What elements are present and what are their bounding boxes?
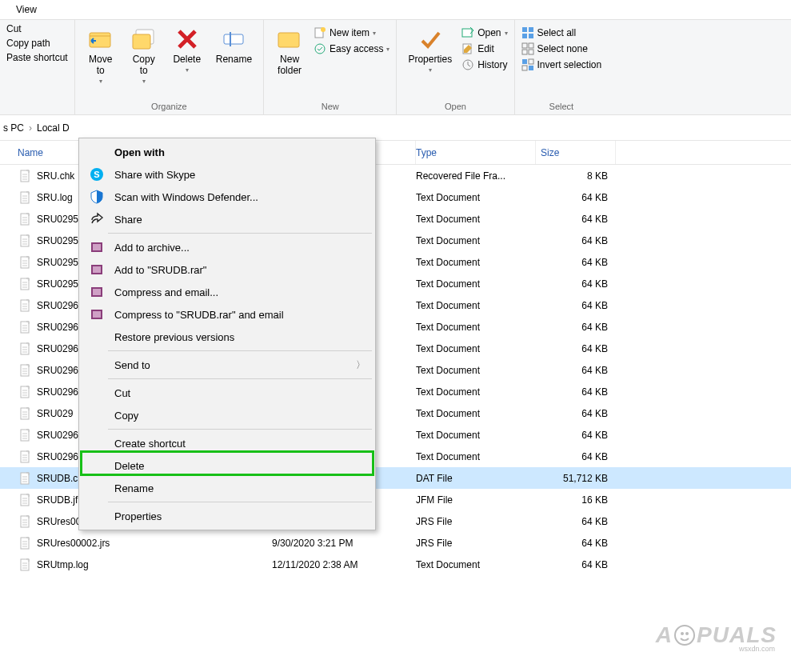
file-size: 16 KB [536, 494, 616, 506]
new-folder-icon [277, 26, 302, 52]
ctx-restore-versions[interactable]: Restore previous versions [81, 326, 374, 348]
ribbon-tab-strip: View [0, 0, 791, 19]
group-select-label: Select [521, 102, 602, 113]
file-icon [19, 191, 32, 204]
file-type: Text Document [416, 257, 536, 268]
file-icon [19, 256, 32, 269]
ribbon-history[interactable]: History [461, 58, 507, 71]
ctx-copy[interactable]: Copy [81, 404, 374, 426]
svg-rect-32 [21, 214, 29, 225]
ribbon-easy-access[interactable]: Easy access ▾ [314, 42, 390, 55]
svg-rect-24 [21, 170, 29, 182]
header-size[interactable]: Size [536, 141, 616, 164]
file-icon [19, 558, 32, 571]
ribbon-select-none[interactable]: Select none [521, 42, 602, 55]
tab-view[interactable]: View [8, 1, 45, 18]
svg-rect-13 [529, 27, 533, 32]
file-icon [19, 234, 32, 247]
ribbon-edit[interactable]: Edit [461, 42, 507, 55]
group-open-label: Open [403, 102, 507, 113]
svg-rect-17 [529, 43, 533, 48]
ctx-create-shortcut[interactable]: Create shortcut [81, 432, 374, 454]
file-name: SRU0296 [37, 365, 78, 376]
ribbon-properties[interactable]: Properties▾ [403, 23, 457, 77]
svg-rect-12 [522, 27, 527, 32]
file-name: SRU029 [37, 408, 73, 419]
file-icon [19, 170, 32, 182]
file-icon [19, 515, 32, 528]
ctx-defender[interactable]: Scan with Windows Defender... [81, 186, 374, 208]
file-size: 64 KB [536, 322, 616, 333]
ctx-share[interactable]: Share [81, 208, 374, 230]
header-type[interactable]: Type [416, 141, 536, 164]
table-row[interactable]: SRUres00002.jrs9/30/2020 3:21 PMJRS File… [0, 532, 791, 554]
file-icon [19, 386, 32, 398]
ribbon-rename[interactable]: Rename [211, 23, 257, 68]
ribbon: Cut Copy path Paste shortcut Move to▾ Co… [0, 19, 791, 115]
file-name: SRU0296 [37, 430, 78, 441]
ribbon-cut[interactable]: Cut [6, 23, 68, 34]
ribbon-new-item[interactable]: New item ▾ [314, 26, 390, 39]
delete-x-icon [174, 26, 200, 52]
file-name: SRU.log [37, 192, 73, 203]
ctx-delete[interactable]: Delete [81, 454, 374, 477]
svg-rect-44 [21, 278, 29, 290]
file-name: SRUtmp.log [37, 559, 89, 570]
file-icon [19, 321, 32, 334]
svg-rect-14 [522, 34, 527, 38]
svg-text:S: S [94, 170, 99, 179]
ribbon-open-btn[interactable]: Open ▾ [461, 26, 507, 39]
svg-rect-3 [224, 34, 243, 44]
svg-rect-36 [21, 235, 29, 246]
group-organize-label: Organize [82, 102, 257, 113]
ctx-rename[interactable]: Rename [81, 477, 374, 499]
file-type: JRS File [416, 538, 536, 549]
ctx-share-skype[interactable]: SShare with Skype [81, 163, 374, 186]
ctx-compress-rar-email[interactable]: Compress to "SRUDB.rar" and email [81, 303, 374, 326]
ribbon-copy-path[interactable]: Copy path [6, 38, 68, 49]
ribbon-select-all[interactable]: Select all [521, 26, 602, 39]
file-name: SRU0296 [37, 300, 78, 311]
crumb-pc[interactable]: s PC [3, 122, 24, 134]
file-name: SRU0295 [37, 257, 78, 268]
ribbon-move-to[interactable]: Move to▾ [82, 23, 120, 88]
file-name: SRU0296 [37, 451, 78, 462]
file-size: 64 KB [536, 430, 616, 441]
svg-rect-56 [21, 343, 29, 354]
crumb-drive[interactable]: Local D [37, 122, 70, 134]
ctx-add-archive[interactable]: Add to archive... [81, 236, 374, 258]
ctx-send-to[interactable]: Send to〉 [81, 354, 374, 376]
ribbon-new-folder[interactable]: New folder [270, 23, 309, 79]
properties-check-icon [417, 26, 443, 52]
svg-rect-28 [21, 192, 29, 203]
ctx-cut[interactable]: Cut [81, 382, 374, 404]
file-name: SRU0295 [37, 235, 78, 246]
file-size: 64 KB [536, 300, 616, 311]
ribbon-delete[interactable]: Delete▾ [168, 23, 206, 77]
file-icon [19, 407, 32, 420]
file-size: 64 KB [536, 257, 616, 268]
file-size: 64 KB [536, 214, 616, 225]
svg-point-7 [321, 27, 326, 32]
ribbon-paste-shortcut[interactable]: Paste shortcut [6, 52, 68, 63]
file-name: SRU0295 [37, 214, 78, 225]
ctx-open-with[interactable]: Open with [81, 141, 374, 163]
ctx-add-srudb-rar[interactable]: Add to "SRUDB.rar" [81, 258, 374, 281]
context-menu: Open with SShare with Skype Scan with Wi… [78, 138, 376, 530]
svg-rect-19 [529, 50, 533, 54]
file-name: SRU.chk [37, 170, 74, 182]
ribbon-copy-to[interactable]: Copy to▾ [125, 23, 163, 88]
ctx-compress-email[interactable]: Compress and email... [81, 281, 374, 303]
file-icon [19, 213, 32, 226]
file-type: JRS File [416, 516, 536, 527]
ctx-properties[interactable]: Properties [81, 505, 374, 527]
table-row[interactable]: SRUtmp.log12/11/2020 2:38 AMText Documen… [0, 554, 791, 575]
new-item-icon [314, 26, 326, 39]
file-type: Text Document [416, 408, 536, 419]
ribbon-invert-selection[interactable]: Invert selection [521, 58, 602, 71]
file-size: 64 KB [536, 451, 616, 462]
svg-rect-5 [278, 33, 299, 47]
file-type: Text Document [416, 300, 536, 311]
file-name: SRU0295 [37, 278, 78, 290]
file-type: Text Document [416, 278, 536, 290]
